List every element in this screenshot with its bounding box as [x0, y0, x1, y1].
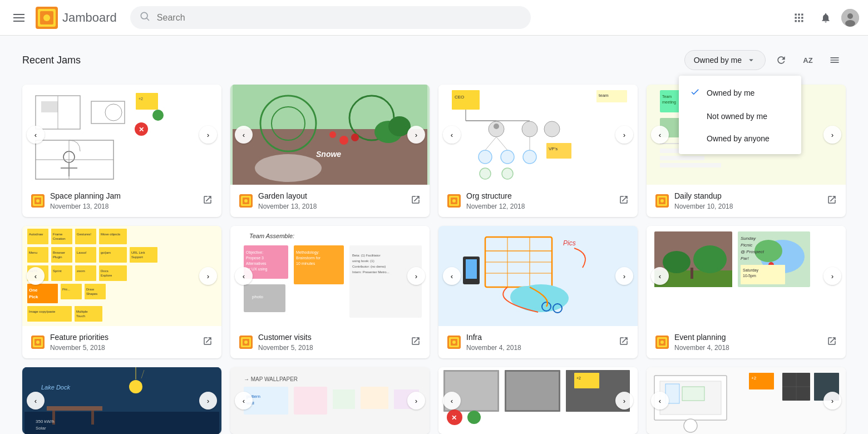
svg-point-245	[684, 419, 697, 432]
list-view-button[interactable]	[823, 49, 846, 71]
filter-option-owned-by-anyone[interactable]: Owned by anyone	[679, 127, 801, 150]
next-button[interactable]: ›	[407, 126, 425, 144]
svg-text:+2: +2	[751, 376, 757, 381]
card-blank-10[interactable]: ‹ → MAP WALLPAPER pattern wall ›	[230, 367, 430, 434]
svg-text:Image copy/paste: Image copy/paste	[29, 310, 56, 313]
refresh-button[interactable]	[770, 49, 792, 71]
svg-text:zoom: zoom	[77, 269, 85, 273]
filter-option-not-owned-by-me[interactable]: Not owned by me	[679, 105, 801, 127]
card-event-planning[interactable]: ‹ Sunday Picnic @ Prospect Par!	[647, 226, 846, 358]
svg-point-60	[494, 124, 499, 129]
svg-text:Docs: Docs	[101, 269, 108, 273]
prev-button[interactable]: ‹	[235, 267, 253, 285]
svg-rect-201	[691, 268, 693, 279]
svg-rect-94	[660, 156, 704, 160]
svg-text:Objective:: Objective:	[246, 250, 263, 255]
card-collage[interactable]: ‹ +2 ✕ ›	[438, 367, 638, 434]
prev-button[interactable]: ‹	[235, 392, 253, 410]
prev-button[interactable]: ‹	[443, 392, 461, 410]
svg-point-43	[339, 136, 348, 145]
svg-text:Menu: Menu	[29, 251, 37, 254]
prev-button[interactable]: ‹	[235, 126, 253, 144]
prev-button[interactable]: ‹	[27, 126, 45, 144]
svg-point-37	[36, 199, 40, 203]
next-button[interactable]: ›	[407, 267, 425, 285]
card-space-planning[interactable]: ‹ +2 ✕	[22, 85, 221, 217]
apps-grid-button[interactable]	[788, 7, 810, 29]
card-infra[interactable]: ‹	[438, 226, 638, 358]
open-external-icon[interactable]	[203, 195, 213, 207]
prev-button[interactable]: ‹	[651, 126, 669, 144]
next-button[interactable]: ›	[823, 392, 841, 410]
card-lake-dock[interactable]: ‹ Lake Dock 350	[22, 367, 221, 434]
svg-point-16	[847, 13, 853, 19]
open-external-icon[interactable]	[619, 336, 629, 348]
notifications-button[interactable]	[815, 7, 837, 29]
card-text: Space planning Jam November 13, 2018	[50, 191, 197, 210]
card-org-structure[interactable]: ‹ CEO VP's	[438, 85, 638, 217]
svg-rect-95	[660, 163, 721, 167]
svg-text:Snowe: Snowe	[316, 150, 341, 159]
prev-button[interactable]: ‹	[443, 126, 461, 144]
svg-point-53	[244, 199, 248, 203]
svg-rect-219	[294, 387, 327, 415]
card-date: November 5, 2018	[50, 344, 197, 352]
svg-rect-118	[130, 247, 157, 263]
menu-button[interactable]	[9, 7, 29, 28]
svg-text:Pics: Pics	[563, 239, 576, 247]
svg-text:Contributor: (no demo): Contributor: (no demo)	[352, 265, 386, 268]
prev-button[interactable]: ‹	[651, 267, 669, 285]
prev-button[interactable]: ‹	[27, 392, 45, 410]
next-button[interactable]: ›	[407, 392, 425, 410]
search-input[interactable]	[157, 13, 522, 23]
svg-point-200	[693, 245, 727, 273]
card-preview-collage: ‹ +2 ✕ ›	[438, 367, 638, 434]
next-button[interactable]: ›	[199, 392, 217, 410]
filter-button[interactable]: Owned by me	[684, 50, 766, 70]
open-external-icon[interactable]	[411, 195, 421, 207]
check-icon	[690, 87, 700, 98]
prev-button[interactable]: ‹	[443, 267, 461, 285]
card-garden-layout[interactable]: ‹ Snowe	[230, 85, 430, 217]
sort-button[interactable]: AZ	[797, 49, 819, 71]
svg-text:Explore: Explore	[101, 274, 112, 277]
avatar[interactable]	[841, 9, 859, 27]
card-info: Customer visits November 5, 2018	[230, 326, 430, 358]
main-content: Recent Jams Owned by me Owned by me	[0, 36, 868, 434]
preview-sketch: +2 ✕	[22, 85, 221, 185]
card-info: Space planning Jam November 13, 2018	[22, 185, 221, 217]
next-button[interactable]: ›	[199, 267, 217, 285]
svg-rect-127	[99, 265, 127, 281]
jam-icon	[239, 194, 253, 208]
open-external-icon[interactable]	[827, 336, 837, 348]
filter-option-owned-by-me[interactable]: Owned by me	[679, 80, 801, 105]
option-label-not-owned-by-me: Not owned by me	[707, 112, 767, 121]
card-info: Infra November 4, 2018	[438, 326, 638, 358]
card-furniture[interactable]: ‹ +2	[647, 367, 846, 434]
next-button[interactable]: ›	[615, 267, 633, 285]
prev-button[interactable]: ‹	[651, 392, 669, 410]
next-button[interactable]: ›	[199, 126, 217, 144]
prev-button[interactable]: ‹	[27, 267, 45, 285]
next-button[interactable]: ›	[823, 126, 841, 144]
next-button[interactable]: ›	[615, 126, 633, 144]
open-external-icon[interactable]	[827, 195, 837, 207]
svg-point-78	[452, 199, 456, 203]
card-feature-priorities[interactable]: ‹ Autodraw FrameCreation Gestures! Move …	[22, 226, 221, 358]
card-preview-features: ‹ Autodraw FrameCreation Gestures! Move …	[22, 226, 221, 326]
svg-rect-9	[795, 17, 797, 18]
open-external-icon[interactable]	[203, 336, 213, 348]
svg-point-65	[479, 150, 492, 164]
next-button[interactable]: ›	[823, 267, 841, 285]
open-external-icon[interactable]	[411, 336, 421, 348]
svg-text:Shapes: Shapes	[86, 292, 97, 295]
svg-rect-10	[798, 17, 800, 18]
card-customer-visits[interactable]: ‹ Team Assemble: Objective: Propose 3 Al…	[230, 226, 430, 358]
next-button[interactable]: ›	[615, 392, 633, 410]
card-info: Feature priorities November 5, 2018	[22, 326, 221, 358]
svg-text:CEO: CEO	[455, 95, 464, 100]
open-external-icon[interactable]	[619, 195, 629, 207]
card-preview-blank10: ‹ → MAP WALLPAPER pattern wall ›	[230, 367, 430, 434]
svg-rect-138	[27, 306, 72, 322]
svg-rect-212	[47, 406, 102, 411]
